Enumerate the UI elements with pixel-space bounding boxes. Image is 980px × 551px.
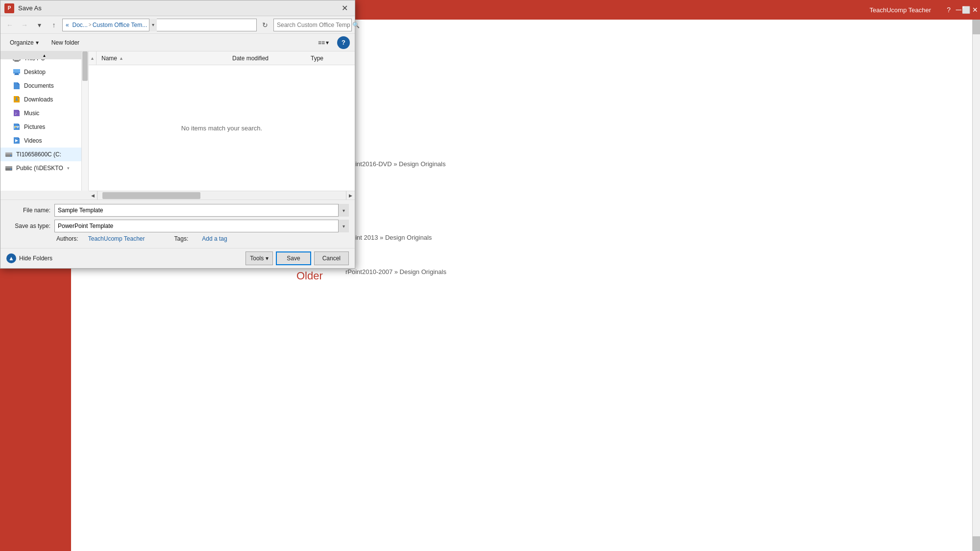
tree-item-documents[interactable]: Documents [0,79,88,93]
tags-label: Tags: [174,235,189,242]
videos-label: Videos [24,137,42,144]
hscroll-thumb[interactable] [102,192,200,199]
address-custom[interactable]: Custom Office Tem... [93,22,147,28]
filename-row: File name: ▾ [6,204,349,217]
up-button[interactable]: ↑ [48,19,60,31]
col-header-type[interactable]: Type [306,51,355,65]
save-as-dialog: P Save As ✕ ← → ▾ ↑ « Doc... > Custom Of… [0,0,358,275]
back-button[interactable]: ← [3,19,16,31]
dialog-footer: ▲ Hide Folders Tools ▾ Save Cancel [0,248,355,268]
organize-chevron: ▾ [36,39,39,46]
hscroll-left-button[interactable]: ◀ [89,191,98,200]
organize-button[interactable]: Organize ▾ [5,36,43,49]
ppt-help-icon[interactable]: ? [947,6,951,14]
dialog-title: Save As [18,4,338,12]
svg-rect-15 [5,152,12,154]
hscroll-right-button[interactable]: ▶ [346,191,355,200]
view-chevron: ▾ [326,39,329,46]
forward-button[interactable]: → [18,19,31,31]
tree-item-public[interactable]: Public (\\DESKTO ▾ [0,161,88,175]
new-folder-label: New folder [51,39,79,46]
filename-input[interactable] [54,204,349,217]
address-bar[interactable]: « Doc... > Custom Office Tem... ▾ [62,19,257,31]
search-icon: 🔍 [352,22,360,28]
tree-item-downloads[interactable]: Downloads [0,93,88,106]
meta-row: Authors: TeachUcomp Teacher Tags: Add a … [6,235,349,242]
col-header-date[interactable]: Date modified [227,51,306,65]
svg-rect-1 [15,60,19,61]
public-label: Public (\\DESKTO [16,165,63,172]
filename-label: File name: [6,207,50,214]
horizontal-scrollbar[interactable]: ◀ ▶ [89,191,355,200]
svg-point-19 [10,169,12,170]
authors-label: Authors: [56,235,78,242]
tree-scroll-up[interactable]: ▲ [0,51,88,59]
dialog-app-icon: P [4,3,14,13]
savetype-input-wrap: ▾ [54,220,349,232]
help-button[interactable]: ? [337,36,350,49]
music-label: Music [24,110,39,117]
svg-point-16 [10,155,12,156]
new-folder-button[interactable]: New folder [47,36,84,49]
filename-input-wrap: ▾ [54,204,349,217]
cancel-button[interactable]: Cancel [314,251,349,265]
address-sep1 [70,22,72,27]
svg-rect-8 [16,97,17,99]
hide-folders-button[interactable]: ▲ Hide Folders [6,253,52,263]
tree-item-music[interactable]: ♪ Music [0,106,88,120]
dialog-navbar: ← → ▾ ↑ « Doc... > Custom Office Tem... … [0,16,355,34]
files-scroll-up[interactable]: ▲ [89,51,97,65]
save-button[interactable]: Save [276,251,311,265]
save-label: Save [287,255,300,262]
cancel-label: Cancel [322,255,341,262]
dropdown-button[interactable]: ▾ [33,19,46,31]
svg-rect-2 [14,61,19,62]
refresh-button[interactable]: ↻ [259,19,271,31]
ppt-minimize-icon[interactable]: ─ [956,5,961,14]
dialog-window: P Save As ✕ ← → ▾ ↑ « Doc... > Custom Of… [0,0,355,269]
tree-item-videos[interactable]: Videos [0,134,88,148]
ppt-scrollbar-thumb [973,20,980,34]
ppt-scrollbar-bottom [973,536,980,551]
ppt-teacher-name: TeachUcomp Teacher [870,6,931,14]
authors-value[interactable]: TeachUcomp Teacher [88,235,145,242]
tree-scroll-thumb [82,51,88,81]
drive-c-label: TI10658600C (C: [16,151,61,158]
files-body: No items match your search. [89,65,355,191]
folder-tree: ▲ This PC Desktop [0,51,89,191]
pictures-icon [12,123,21,131]
music-icon: ♪ [12,109,21,118]
tree-item-desktop[interactable]: Desktop [0,65,88,79]
address-docs[interactable]: Doc... [72,22,87,28]
savetype-input[interactable] [54,220,349,232]
dialog-close-button[interactable]: ✕ [338,3,351,14]
ppt-link-3: rPoint2010-2007 » Design Originals [345,265,446,279]
ppt-restore-icon[interactable]: ⬜ [962,6,970,14]
savetype-row: Save as type: ▾ [6,220,349,232]
ppt-close-icon[interactable]: ✕ [972,6,978,14]
dialog-titlebar: P Save As ✕ [0,0,355,16]
public-expand[interactable]: ▾ [66,166,71,171]
tree-item-pictures[interactable]: Pictures [0,120,88,134]
tree-item-drive-c[interactable]: TI10658600C (C: [0,148,88,161]
add-tag-link[interactable]: Add a tag [202,235,227,242]
address-dropdown-button[interactable]: ▾ [149,19,157,31]
view-button[interactable]: ≡≡ ▾ [314,36,333,49]
tree-scrollbar[interactable] [81,51,88,191]
hscroll-track[interactable] [98,191,346,200]
downloads-icon [12,95,21,104]
ppt-scrollbar[interactable] [972,20,980,551]
savetype-dropdown[interactable]: ▾ [338,220,349,232]
files-header: ▲ Name ▲ Date modified Type [89,51,355,65]
svg-rect-6 [14,75,19,75]
dialog-form: File name: ▾ Save as type: ▾ Authors: Te… [0,200,355,248]
filename-dropdown[interactable]: ▾ [338,204,349,217]
documents-icon [12,81,21,90]
search-input[interactable] [277,22,350,28]
search-bar[interactable]: 🔍 [273,19,352,31]
col-header-name[interactable]: Name ▲ [97,51,227,65]
tools-button[interactable]: Tools ▾ [245,251,273,265]
address-back[interactable]: « [66,22,69,28]
tools-chevron: ▾ [266,255,269,262]
address-path: « Doc... > Custom Office Tem... [66,22,147,28]
